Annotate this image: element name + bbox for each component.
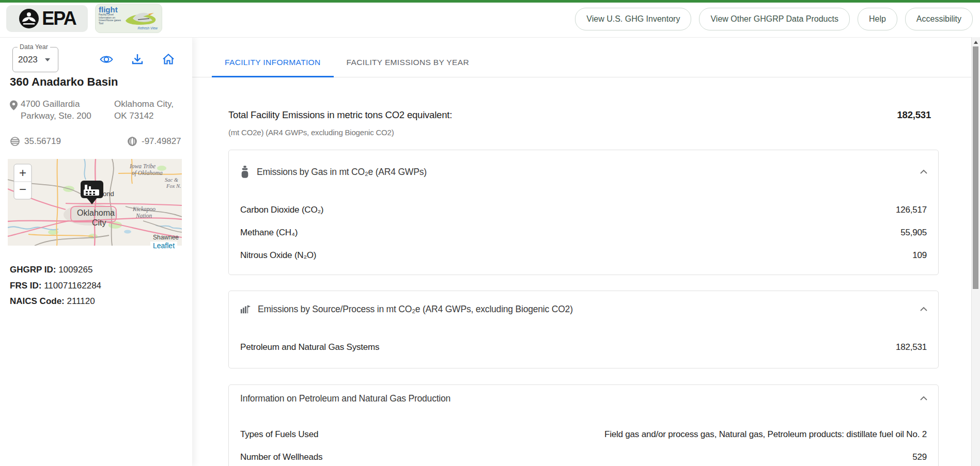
ghgrp-id-value: 1009265 <box>58 265 92 275</box>
wellheads-value: 529 <box>912 452 927 462</box>
scrollbar-thumb[interactable] <box>973 46 978 289</box>
facility-map[interactable]: Iowa Tribe of Oklahoma Sac & Fox N. ond … <box>8 159 182 246</box>
ghgrp-id-label: GHGRP ID: <box>10 265 56 275</box>
map-zoom-in-button[interactable]: + <box>19 166 26 180</box>
fuels-value: Field gas and/or process gas, Natural ga… <box>604 429 927 440</box>
gas-row-co2: Carbon Dioxide (CO₂) 126,517 <box>229 199 938 221</box>
data-year-label: Data Year <box>18 43 50 51</box>
flight-logo[interactable]: flight Facility Level Information on Gre… <box>95 4 162 33</box>
epa-flight-facility-page: EPA flight Facility Level Information on… <box>0 0 980 466</box>
flight-bird-icon: Refresh View <box>122 6 159 30</box>
tab-facility-emissions-by-year[interactable]: FACILITY EMISSIONS BY YEAR <box>334 47 482 77</box>
latitude-value: 35.56719 <box>24 136 61 147</box>
source-label-petroleum: Petroleum and Natural Gas Systems <box>240 342 379 352</box>
epa-logo-text: EPA <box>42 8 75 29</box>
map-label-iowa-tribe: Iowa Tribe <box>129 163 155 169</box>
frs-id-label: FRS ID: <box>10 281 41 291</box>
gas-row-ch4: Methane (CH₄) 55,905 <box>229 221 938 244</box>
address-line-2: Parkway, Ste. 200 <box>21 110 91 122</box>
address-line-1: 4700 Gaillardia <box>21 98 91 110</box>
caret-down-icon <box>45 58 50 61</box>
map-label-sac: Sac & <box>165 177 179 183</box>
help-button[interactable]: Help <box>858 8 897 30</box>
source-row-petroleum: Petroleum and Natural Gas Systems 182,53… <box>229 336 938 359</box>
chevron-up-icon[interactable] <box>920 169 928 174</box>
tab-facility-information[interactable]: FACILITY INFORMATION <box>212 47 334 77</box>
emissions-by-gas-title: Emissions by Gas in mt CO₂e (AR4 GWPs) <box>257 167 427 178</box>
globe-longitude-icon <box>127 136 137 147</box>
emissions-by-gas-card: Emissions by Gas in mt CO₂e (AR4 GWPs) C… <box>228 150 939 275</box>
gas-label-n2o: Nitrous Oxide (N₂O) <box>240 250 316 261</box>
longitude-value: -97.49827 <box>142 136 181 147</box>
map-label-fox: Fox N. <box>166 183 181 189</box>
header-buttons: View U.S. GHG Inventory View Other GHGRP… <box>575 8 973 30</box>
vertical-scrollbar[interactable] <box>971 37 980 466</box>
tab-bar: FACILITY INFORMATION FACILITY EMISSIONS … <box>192 47 972 77</box>
view-ghg-inventory-button[interactable]: View U.S. GHG Inventory <box>575 8 691 30</box>
facility-sidebar: Data Year 2023 360 Anadarko Basin <box>0 37 192 466</box>
map-label-shawnee: Shawnee <box>153 234 179 241</box>
longitude-row: -97.49827 <box>127 136 181 147</box>
gas-value-ch4: 55,905 <box>900 228 927 238</box>
address-city-2: OK 73142 <box>114 110 174 122</box>
chevron-up-icon[interactable] <box>920 307 928 312</box>
facility-name: 360 Anadarko Basin <box>10 75 118 89</box>
emissions-by-source-card: Emissions by Source/Process in mt CO₂e (… <box>228 291 939 368</box>
flight-refresh-view-label[interactable]: Refresh View <box>137 26 158 30</box>
chevron-up-icon[interactable] <box>920 396 928 401</box>
eye-icon[interactable] <box>99 52 114 67</box>
gas-value-co2: 126,517 <box>896 205 927 215</box>
latitude-row: 35.56719 <box>10 136 61 147</box>
gas-row-n2o: Nitrous Oxide (N₂O) 109 <box>229 244 938 267</box>
gas-label-co2: Carbon Dioxide (CO₂) <box>240 205 323 215</box>
fuels-label: Types of Fuels Used <box>240 429 318 440</box>
globe-latitude-icon <box>10 136 20 147</box>
naics-code-value: 211120 <box>67 296 95 306</box>
download-icon[interactable] <box>130 52 145 67</box>
map-pin-icon <box>10 100 18 110</box>
facility-ids: GHGRP ID: 1009265 FRS ID: 110071162284 N… <box>10 262 101 310</box>
flight-logo-title: flight <box>99 6 122 13</box>
frs-id-value: 110071162284 <box>44 281 101 291</box>
epa-logo[interactable]: EPA <box>6 5 88 32</box>
production-info-card: Information on Petroleum and Natural Gas… <box>228 384 939 466</box>
map-label-kickapoo: Kickapoo <box>132 206 155 213</box>
total-emissions-value: 182,531 <box>897 109 931 121</box>
total-emissions-label: Total Facility Emissions in metric tons … <box>228 109 452 121</box>
emissions-by-source-title: Emissions by Source/Process in mt CO₂e (… <box>258 304 573 315</box>
top-header: EPA flight Facility Level Information on… <box>0 3 980 38</box>
map-label-nation: Nation <box>135 213 152 219</box>
production-row-fuels: Types of Fuels Used Field gas and/or pro… <box>229 423 938 446</box>
facility-city-state: Oklahoma City, OK 73142 <box>114 98 174 122</box>
naics-code-label: NAICS Code: <box>10 296 65 306</box>
home-icon[interactable] <box>161 52 176 67</box>
map-label-city: City <box>92 218 106 227</box>
map-label-oklahoma: Oklahoma <box>77 208 115 217</box>
epa-flower-icon <box>18 8 40 29</box>
view-other-ghgrp-products-button[interactable]: View Other GHGRP Data Products <box>699 8 850 30</box>
accessibility-button[interactable]: Accessibility <box>905 8 973 30</box>
scroll-up-arrow-icon[interactable] <box>974 41 978 44</box>
production-info-title: Information on Petroleum and Natural Gas… <box>240 393 450 404</box>
map-label-edmond: ond <box>103 190 114 198</box>
data-year-value: 2023 <box>18 55 38 65</box>
total-emissions-subtext: (mt CO2e) (AR4 GWPs, excluding Biogenic … <box>228 128 394 137</box>
leaflet-attribution-link[interactable]: Leaflet <box>150 242 177 250</box>
flight-logo-tagline: Facility Level Information on GreenHouse… <box>99 13 121 25</box>
gas-value-n2o: 109 <box>912 250 927 261</box>
ghgrp-id-row: GHGRP ID: 1009265 <box>10 262 101 278</box>
facility-address: 4700 Gaillardia Parkway, Ste. 200 <box>21 98 91 122</box>
source-value-petroleum: 182,531 <box>896 342 927 352</box>
production-info-header: Information on Petroleum and Natural Gas… <box>229 385 938 412</box>
factory-icon <box>240 304 251 314</box>
map-zoom-out-button[interactable]: − <box>19 182 26 196</box>
total-emissions-row: Total Facility Emissions in metric tons … <box>228 109 931 121</box>
facility-main-content: FACILITY INFORMATION FACILITY EMISSIONS … <box>192 37 972 466</box>
emissions-by-source-header: Emissions by Source/Process in mt CO₂e (… <box>229 291 938 327</box>
address-city-1: Oklahoma City, <box>114 98 174 110</box>
map-label-iowa-tribe-2: of Oklahoma <box>132 170 163 176</box>
gas-label-ch4: Methane (CH₄) <box>240 228 298 238</box>
data-year-select[interactable]: Data Year 2023 <box>12 47 58 72</box>
production-row-wellheads: Number of Wellheads 529 <box>229 446 938 466</box>
wellheads-label: Number of Wellheads <box>240 452 322 462</box>
